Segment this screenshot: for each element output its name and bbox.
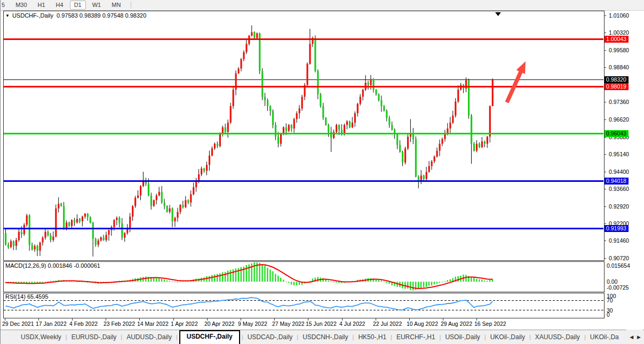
date-axis-label: 23 Feb 2022: [104, 321, 135, 327]
symbol-tabbar: USDX,Weekly|EURUSD-,Daily|AUDUSD-,Daily|…: [1, 330, 644, 344]
date-axis-label: 20 Apr 2022: [204, 321, 235, 327]
price-level-label: 1.00043: [605, 36, 629, 43]
date-axis-label: 17 Jan 2022: [36, 321, 67, 327]
price-level-label: 0.96043: [605, 130, 629, 137]
price-level-label: 0.94018: [605, 178, 629, 185]
date-axis-label: 4 Feb 2022: [69, 321, 98, 327]
timeframe-toolbar: 5M30H1H4D1W1MN: [1, 0, 644, 11]
timeframe-button-w1[interactable]: W1: [88, 1, 106, 10]
symbol-tab-ukoil-da[interactable]: UKOil-,Da: [586, 331, 623, 344]
symbol-tab-usdchf-daily[interactable]: USDCHF-,Daily: [179, 330, 240, 344]
rsi-axis-70: 70: [607, 297, 613, 303]
chart-canvas[interactable]: [1, 0, 644, 331]
toolbar-divider: [131, 2, 131, 9]
macd-indicator-label: MACD(12,26,9) 0.001846 -0.000061: [5, 262, 100, 269]
date-axis-label: 9 May 2022: [238, 321, 267, 327]
symbol-tab-usdcad-daily[interactable]: USDCAD-,Daily: [243, 331, 297, 344]
tab-divider: |: [176, 334, 178, 344]
price-axis-tick: 0.97360: [609, 99, 642, 106]
price-level-label: 0.98019: [605, 83, 629, 90]
price-axis-tick: 0.98840: [609, 64, 642, 71]
symbol-tab-eurchf-h1[interactable]: EURCHF-,H1: [392, 331, 440, 344]
price-axis-tick: 0.94400: [609, 169, 642, 175]
tab-scroll-controls: ◀ ▶: [626, 330, 643, 344]
date-axis-label: 4 Jul 2022: [339, 321, 365, 327]
timeframe-button-mn[interactable]: MN: [107, 1, 125, 10]
symbol-tab-audusd-daily[interactable]: AUDUSD-,Daily: [122, 331, 176, 344]
timeframe-button-d1[interactable]: D1: [70, 1, 86, 10]
symbol-dropdown-icon[interactable]: ▼: [5, 13, 10, 18]
timeframe-button-m30[interactable]: M30: [11, 1, 31, 10]
rsi-pane[interactable]: [4, 293, 605, 318]
date-axis-label: 29 Aug 2022: [441, 321, 472, 327]
price-level-label: 0.91993: [605, 225, 629, 232]
chart-ohlc-values: 0.97583 0.98389 0.97548 0.98320: [57, 12, 146, 19]
symbol-tab-usdcnh-daily[interactable]: USDCNH-,Daily: [298, 331, 352, 344]
terminal-window: 5M30H1H4D1W1MN ▼USDCHF-,Daily 0.97583 0.…: [0, 0, 644, 344]
price-axis-tick: 0.96620: [609, 116, 642, 123]
chart-title: ▼USDCHF-,Daily 0.97583 0.98389 0.97548 0…: [5, 12, 146, 19]
symbol-tab-usoil-daily[interactable]: USOil-,Daily: [441, 331, 484, 344]
timeframe-button-h4[interactable]: H4: [52, 1, 68, 10]
price-axis-tick: 0.93660: [609, 186, 642, 193]
price-axis-tick: 0.99580: [609, 47, 642, 54]
timeframe-button-h1[interactable]: H1: [34, 1, 50, 10]
macd-axis-min: -0.00725: [607, 284, 629, 291]
rsi-axis-0: 0: [607, 311, 610, 318]
date-axis-label: 14 Mar 2022: [137, 321, 169, 327]
date-axis-label: 16 Sep 2022: [474, 321, 506, 327]
symbol-tab-eurusd-daily[interactable]: EURUSD-,Daily: [67, 331, 121, 344]
symbol-tab-ukoil-daily[interactable]: UKOil-,Daily: [486, 331, 529, 344]
price-axis-tick: 0.92920: [609, 203, 642, 210]
date-axis-label: 22 Jul 2022: [373, 321, 402, 327]
date-axis-label: 1 Apr 2022: [171, 321, 198, 327]
symbol-tab-xauusd-daily[interactable]: XAUUSD-,Daily: [531, 331, 584, 344]
price-axis-tick: 0.90720: [609, 255, 642, 262]
tab-scroll-left-icon[interactable]: ◀: [630, 334, 633, 340]
date-axis-label: 27 May 2022: [272, 321, 305, 327]
price-level-label: 0.98320: [605, 76, 629, 83]
date-axis-label: 10 Aug 2022: [407, 321, 438, 327]
date-axis-label: 29 Dec 2021: [2, 321, 34, 327]
rsi-indicator-label: RSI(14) 65.4595: [5, 293, 49, 300]
macd-axis-max: 0.015654: [607, 262, 630, 269]
symbol-tab-usdx-weekly[interactable]: USDX,Weekly: [17, 331, 66, 344]
price-axis-tick: 0.91460: [609, 237, 642, 244]
chart-symbol-label: USDCHF-,Daily: [12, 12, 53, 19]
tab-scroll-right-icon[interactable]: ▶: [637, 334, 641, 340]
timeframe-button-5[interactable]: 5: [0, 1, 9, 10]
symbol-tab-hk50-h1[interactable]: HK50-,H1: [354, 331, 391, 344]
price-axis-tick: 1.01060: [609, 12, 642, 19]
price-axis-tick: 0.95140: [609, 151, 642, 158]
date-axis-label: 15 Jun 2022: [306, 321, 337, 327]
